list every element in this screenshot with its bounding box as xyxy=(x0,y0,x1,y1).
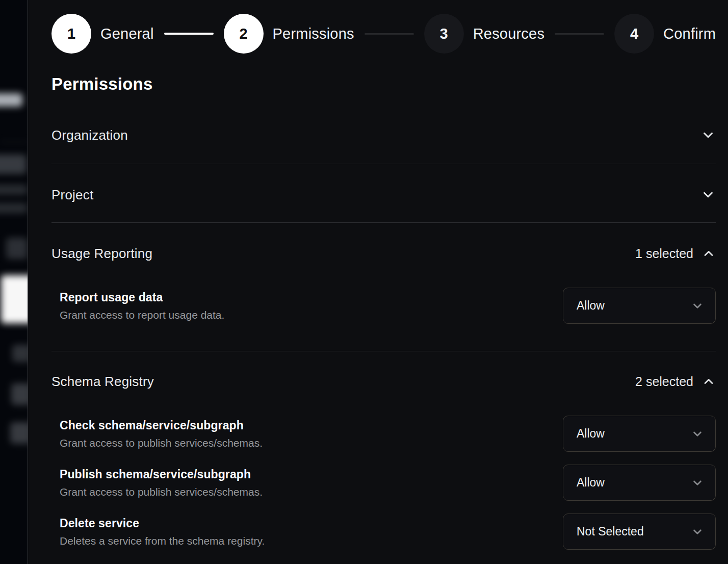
step-number-badge[interactable]: 3 xyxy=(424,14,464,54)
section-divider xyxy=(51,164,716,164)
section-title: Schema Registry xyxy=(51,374,154,390)
permission-description: Grant access to report usage data. xyxy=(60,309,224,321)
sidebar-blur-divider xyxy=(0,141,28,142)
section-organization[interactable]: Organization xyxy=(51,127,716,143)
select-value: Allow xyxy=(577,476,605,490)
sidebar-blur-blob xyxy=(0,93,22,107)
page-title: Permissions xyxy=(51,74,716,94)
permission-description: Deletes a service from the schema regist… xyxy=(60,535,265,547)
permission-row-check-schema: Check schema/service/subgraph Grant acce… xyxy=(51,416,716,452)
sidebar-blur-blob xyxy=(12,345,28,362)
wizard-stepper: 1 General 2 Permissions 3 Resources 4 Co… xyxy=(51,14,716,54)
sidebar-blur-blob xyxy=(11,383,28,405)
section-project[interactable]: Project xyxy=(51,187,716,203)
select-value: Allow xyxy=(577,299,605,313)
permission-select-delete-service[interactable]: Not Selected xyxy=(563,514,716,550)
chevron-down-icon[interactable] xyxy=(700,127,716,143)
section-title: Organization xyxy=(51,127,128,143)
chevron-down-icon xyxy=(691,299,704,313)
step-label: Resources xyxy=(473,25,544,42)
step-connector xyxy=(365,33,414,35)
section-divider xyxy=(51,222,716,223)
sidebar-blur-blob xyxy=(10,422,28,444)
sidebar-blur-blob xyxy=(0,203,28,213)
section-schema-registry[interactable]: Schema Registry 2 selected xyxy=(51,373,716,390)
section-usage-reporting[interactable]: Usage Reporting 1 selected xyxy=(51,245,716,262)
chevron-down-icon[interactable] xyxy=(700,187,716,202)
permission-select-report-usage-data[interactable]: Allow xyxy=(563,288,716,324)
sidebar-blur-blob xyxy=(0,155,27,174)
sidebar-blur-blob xyxy=(0,185,28,195)
step-permissions[interactable]: 2 Permissions xyxy=(224,14,354,54)
sidebar-blur-blob xyxy=(6,238,28,259)
step-resources[interactable]: 3 Resources xyxy=(424,14,544,54)
step-label: General xyxy=(100,25,154,42)
chevron-down-icon xyxy=(691,525,704,539)
selected-count-badge: 2 selected xyxy=(635,374,693,389)
permission-row-report-usage-data: Report usage data Grant access to report… xyxy=(51,288,716,324)
chevron-up-icon[interactable] xyxy=(701,374,716,389)
step-confirm[interactable]: 4 Confirm xyxy=(614,14,716,54)
wizard-panel: 1 General 2 Permissions 3 Resources 4 Co… xyxy=(29,0,728,564)
section-divider xyxy=(51,351,716,351)
permission-select-publish-schema[interactable]: Allow xyxy=(563,465,716,501)
step-number-badge[interactable]: 2 xyxy=(224,14,264,54)
permission-description: Grant access to publish services/schemas… xyxy=(60,437,263,449)
chevron-down-icon xyxy=(691,427,704,441)
section-title: Usage Reporting xyxy=(51,246,152,262)
permission-title: Delete service xyxy=(60,517,265,530)
permission-row-delete-service: Delete service Deletes a service from th… xyxy=(51,514,716,550)
permission-description: Grant access to publish services/schemas… xyxy=(60,486,263,498)
sidebar-blur-highlight xyxy=(1,275,28,323)
chevron-up-icon[interactable] xyxy=(701,246,716,261)
permission-title: Report usage data xyxy=(60,291,224,304)
permission-title: Publish schema/service/subgraph xyxy=(60,468,263,481)
step-number-badge[interactable]: 1 xyxy=(51,14,91,54)
permission-select-check-schema[interactable]: Allow xyxy=(563,416,716,452)
step-connector xyxy=(164,33,214,35)
permission-title: Check schema/service/subgraph xyxy=(60,419,263,432)
app-sidebar-blurred xyxy=(0,0,28,564)
permission-row-publish-schema: Publish schema/service/subgraph Grant ac… xyxy=(51,465,716,501)
step-label: Confirm xyxy=(663,25,716,42)
step-label: Permissions xyxy=(273,25,354,42)
step-general[interactable]: 1 General xyxy=(51,14,154,54)
select-value: Not Selected xyxy=(577,525,644,539)
step-number-badge[interactable]: 4 xyxy=(614,14,654,54)
section-title: Project xyxy=(51,187,93,203)
chevron-down-icon xyxy=(691,476,704,490)
selected-count-badge: 1 selected xyxy=(635,246,693,261)
select-value: Allow xyxy=(577,427,605,441)
step-connector xyxy=(555,33,604,35)
